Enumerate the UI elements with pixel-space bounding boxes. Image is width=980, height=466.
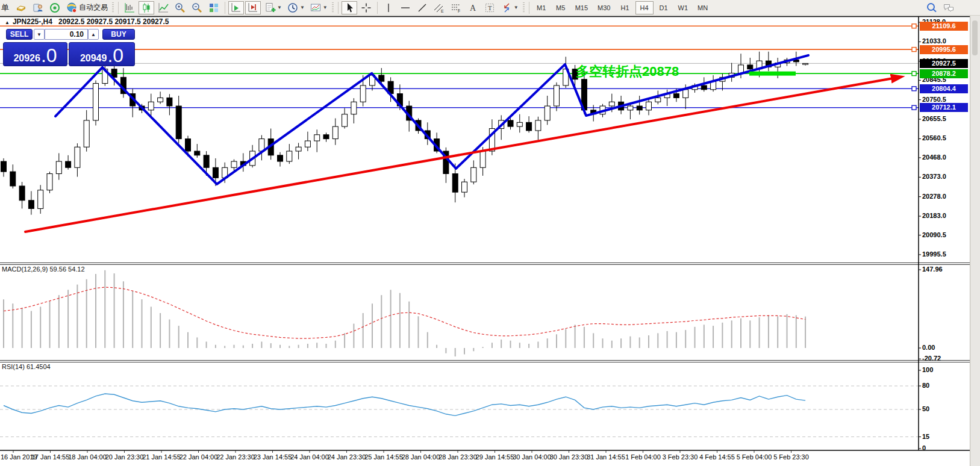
toolbar-separator — [225, 2, 225, 14]
rsi-axis-label: 0 — [922, 444, 926, 452]
timeframe-button-m5[interactable]: M5 — [552, 1, 570, 14]
candles-chart-icon[interactable] — [139, 1, 154, 14]
price-badge: 20804.4 — [920, 84, 968, 93]
macd-axis-label: -20.72 — [922, 355, 941, 362]
text-icon[interactable]: A — [465, 1, 481, 14]
buy-button-label: BUY — [111, 30, 126, 39]
date-label: 5 Feb 04:00 — [737, 453, 772, 461]
price-tick-label: 20750.5 — [922, 96, 946, 103]
buy-price-box[interactable]: 20949.0 — [69, 42, 135, 66]
timeframe-button-h1[interactable]: H1 — [616, 1, 634, 14]
caret-down-icon: ▼ — [323, 5, 328, 10]
zoom-out-icon[interactable] — [189, 1, 205, 14]
date-label: 4 Feb 14:55 — [699, 453, 735, 461]
date-label: 29 Jan 14:55 — [476, 453, 514, 461]
date-label: 5 Feb 23:30 — [773, 453, 809, 461]
date-label: 31 Jan 14:55 — [587, 453, 625, 461]
order-book-icon[interactable] — [13, 1, 29, 14]
timeframe-button-mn[interactable]: MN — [693, 1, 712, 14]
new-order-icon[interactable]: ▼ — [262, 1, 284, 14]
trendline-icon[interactable] — [414, 1, 430, 14]
tile-windows-icon[interactable] — [206, 1, 222, 14]
line-chart-icon[interactable] — [155, 1, 171, 14]
collapse-triangle-icon[interactable]: ▲ — [5, 20, 10, 25]
signal-icon[interactable] — [47, 1, 63, 14]
chart-annotation-text[interactable]: 多空转折点20878 — [576, 63, 679, 81]
drawn-objects-layer — [25, 55, 894, 232]
chart-title: ▲JPN225-,H420922.5 20927.5 20917.5 20927… — [5, 17, 169, 26]
timeframe-button-m1[interactable]: M1 — [532, 1, 551, 14]
date-label: 17 Jan 14:55 — [31, 453, 70, 461]
caret-down-icon: ▼ — [514, 5, 519, 10]
volume-increase-button[interactable]: ▲ — [88, 29, 99, 40]
crosshair-icon[interactable] — [358, 1, 374, 14]
autotrade-button[interactable]: 自动交易 — [64, 1, 110, 14]
chart-canvas[interactable] — [0, 16, 980, 466]
price-tick-label: 20090.5 — [922, 231, 946, 238]
rsi-axis-label: 15 — [922, 433, 929, 440]
fibonacci-icon[interactable]: F — [448, 1, 464, 14]
date-label: 24 Jan 23:30 — [328, 453, 366, 461]
window-scrollbar[interactable] — [970, 16, 980, 466]
scrollbar-thumb[interactable] — [972, 20, 978, 55]
timeframe-button-m30[interactable]: M30 — [593, 1, 614, 14]
autoscroll-icon[interactable] — [228, 1, 244, 14]
market-watch-icon[interactable] — [30, 1, 46, 14]
date-label: 22 Jan 04:00 — [179, 453, 218, 461]
price-tick-label: 20278.0 — [922, 193, 946, 200]
macd-axis-label: 0.00 — [922, 344, 935, 351]
timeframe-group: M1M5M15M30H1H4D1W1MN — [532, 1, 713, 14]
symbol-period-label: JPN225-,H4 — [13, 17, 52, 26]
bars-chart-icon[interactable] — [122, 1, 137, 14]
autotrade-label: 自动交易 — [79, 2, 108, 13]
chat-icon[interactable] — [941, 1, 957, 14]
price-tick-label: 20560.5 — [922, 134, 946, 141]
template-icon[interactable]: ▼ — [308, 1, 329, 14]
menu-fragment-label[interactable]: 单 — [1, 2, 9, 13]
macd-indicator-label: MACD(12,26,9) 59.56 54.12 — [2, 266, 85, 273]
price-badge: 20927.5 — [920, 59, 968, 68]
date-label: 28 Jan 23:30 — [439, 453, 477, 461]
svg-text:E: E — [441, 9, 444, 13]
date-label: 21 Jan 14:55 — [142, 453, 181, 461]
toolbar-grip — [523, 2, 525, 13]
arrows-shapes-icon[interactable]: ▼ — [499, 1, 520, 14]
text-label-icon[interactable]: T — [482, 1, 498, 14]
date-label: 30 Jan 23:30 — [550, 453, 588, 461]
channel-icon[interactable]: E — [431, 1, 447, 14]
volume-input[interactable]: 0.10 — [45, 29, 88, 40]
price-tick-label: 20468.0 — [922, 154, 946, 161]
period-clock-icon[interactable]: ▼ — [285, 1, 307, 14]
timeframe-button-d1[interactable]: D1 — [655, 1, 673, 14]
cursor-icon[interactable] — [342, 1, 357, 14]
ohlc-values: 20922.5 20927.5 20917.5 20927.5 — [58, 17, 169, 26]
price-tick-label: 19995.5 — [922, 250, 946, 258]
price-tick-label: 20655.5 — [922, 115, 946, 122]
sell-price-main: 20926 — [13, 53, 40, 64]
chart-window: ▲JPN225-,H420922.5 20927.5 20917.5 20927… — [0, 16, 980, 466]
volume-decrease-button[interactable]: ▼ — [34, 29, 45, 40]
chart-shift-icon[interactable] — [245, 1, 261, 14]
zoom-in-icon[interactable] — [172, 1, 188, 14]
date-label: 25 Jan 14:55 — [364, 453, 403, 461]
timeframe-button-m15[interactable]: M15 — [571, 1, 592, 14]
buy-button[interactable]: BUY — [102, 29, 135, 40]
timeframe-button-h4[interactable]: H4 — [635, 1, 654, 14]
horizontal-line-icon[interactable] — [398, 1, 413, 14]
caret-down-icon: ▼ — [37, 32, 42, 37]
toolbar-separator — [338, 2, 339, 14]
sell-price-box[interactable]: 20926.0 — [3, 42, 67, 66]
toolbar: 单 自动交易 ▼ ▼ ▼ E F A T ▼ M1M5M15M30H1H — [0, 0, 980, 16]
rsi-indicator-label: RSI(14) 61.4504 — [2, 363, 51, 370]
price-badge: 20878.2 — [920, 69, 968, 78]
candles-layer — [1, 51, 808, 215]
toolbar-separator — [377, 2, 378, 14]
mt-terminal-window: 单 自动交易 ▼ ▼ ▼ E F A T ▼ M1M5M15M30H1H — [0, 0, 980, 466]
svg-text:A: A — [470, 4, 476, 13]
timeframe-button-w1[interactable]: W1 — [674, 1, 693, 14]
sell-button[interactable]: SELL — [6, 29, 33, 40]
vertical-line-icon[interactable] — [381, 1, 396, 14]
buy-price-main: 20949 — [80, 53, 107, 64]
caret-down-icon: ▼ — [300, 5, 305, 10]
search-icon[interactable] — [924, 1, 940, 14]
